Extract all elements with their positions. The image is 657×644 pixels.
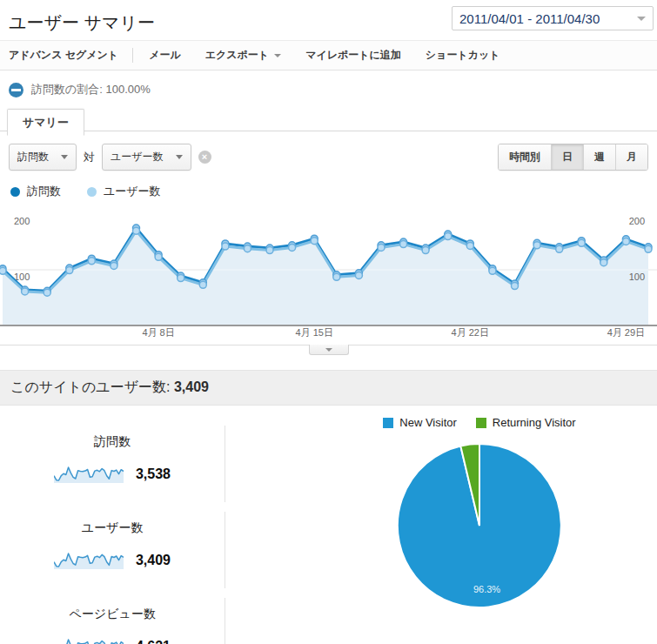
metric-value: 3,409 <box>136 553 171 568</box>
svg-text:4月 22日: 4月 22日 <box>452 327 489 338</box>
date-range-text: 2011/04/01 - 2011/04/30 <box>459 11 634 26</box>
mail-button[interactable]: メール <box>149 48 181 63</box>
legend-label: ユーザー数 <box>104 184 161 199</box>
compare-metric-dropdown[interactable]: ユーザー数 <box>102 144 191 171</box>
metric-visits: 訪問数 3,538 <box>0 426 225 502</box>
active-segment-row: 訪問数の割合: 100.00% <box>0 70 657 107</box>
granularity-hourly-button[interactable]: 時間別 <box>499 144 551 170</box>
metric-pageviews: ページビュー数 4,621 <box>0 598 225 644</box>
primary-metric-dropdown[interactable]: 訪問数 <box>9 144 77 171</box>
legend-item-users[interactable]: ユーザー数 <box>87 184 161 199</box>
granularity-month-button[interactable]: 月 <box>615 144 647 170</box>
pie-legend-new-visitor[interactable]: New Visitor <box>383 416 457 429</box>
metric-label: 訪問数 <box>0 434 225 450</box>
pie-legend-returning-visitor[interactable]: Returning Visitor <box>476 416 576 429</box>
svg-text:96.3%: 96.3% <box>473 584 500 594</box>
chevron-down-icon <box>325 348 332 352</box>
metric-label: ページビュー数 <box>0 607 225 622</box>
legend-label: 訪問数 <box>27 184 61 199</box>
advanced-segments-button[interactable]: アドバンス セグメント <box>9 48 133 63</box>
site-users-header: このサイトのユーザー数: 3,409 <box>0 370 657 406</box>
date-range-selector[interactable]: 2011/04/01 - 2011/04/30 <box>452 6 654 30</box>
export-button[interactable]: エクスポート <box>205 48 281 63</box>
compare-metric-value: ユーザー数 <box>111 150 164 164</box>
add-to-dashboard-button[interactable]: マイレポートに追加 <box>305 48 401 63</box>
granularity-week-button[interactable]: 週 <box>583 144 615 170</box>
shortcut-button[interactable]: ショートカット <box>426 48 500 63</box>
pie-legend: New Visitor Returning Visitor <box>383 416 575 429</box>
report-toolbar: アドバンス セグメント メール エクスポート マイレポートに追加 ショートカット <box>0 40 657 70</box>
segment-label: 訪問数の割合: 100.00% <box>31 82 151 97</box>
svg-text:4月 8日: 4月 8日 <box>142 327 174 338</box>
clear-compare-icon[interactable]: × <box>198 151 211 164</box>
visits-sparkline <box>54 465 124 483</box>
legend-swatch-icon <box>476 418 486 428</box>
metrics-column: 訪問数 3,538 ユーザー数 3,409 ページビュー数 4,621 <box>0 406 225 644</box>
pie-legend-label: Returning Visitor <box>493 416 576 429</box>
svg-text:200: 200 <box>14 216 30 226</box>
export-dropdown-arrow-icon <box>274 54 281 57</box>
series-dot-icon <box>10 187 20 197</box>
svg-text:4月 15日: 4月 15日 <box>295 327 332 338</box>
time-granularity-control: 時間別 日 週 月 <box>498 144 648 171</box>
site-users-value: 3,409 <box>174 379 209 394</box>
legend-swatch-icon <box>383 418 393 428</box>
chevron-down-icon <box>176 155 183 159</box>
overview-content: 訪問数 3,538 ユーザー数 3,409 ページビュー数 4,621 <box>0 406 657 644</box>
metric-label: ユーザー数 <box>0 520 225 536</box>
report-header: ユーザー サマリー 2011/04/01 - 2011/04/30 <box>0 0 657 40</box>
legend-item-visits[interactable]: 訪問数 <box>10 184 61 199</box>
metric-value: 3,538 <box>136 466 171 482</box>
visitor-type-column: New Visitor Returning Visitor 96.3% <box>225 406 657 644</box>
segment-donut-icon <box>9 83 23 97</box>
date-dropdown-arrow-icon <box>637 17 646 21</box>
visits-timeseries-chart[interactable]: 1001002002004月 8日4月 15日4月 22日4月 29日 <box>0 206 657 339</box>
pageviews-sparkline <box>54 637 124 644</box>
svg-text:200: 200 <box>629 216 645 226</box>
chevron-down-icon <box>61 155 68 159</box>
report-tabbar: サマリー <box>0 107 657 131</box>
export-label: エクスポート <box>205 48 269 63</box>
primary-metric-value: 訪問数 <box>17 150 49 164</box>
visitor-type-pie-chart[interactable]: 96.3% <box>394 440 565 611</box>
chart-controls-row: 訪問数 対 ユーザー数 × 時間別 日 週 月 <box>0 131 657 171</box>
vs-label: 対 <box>84 150 95 165</box>
metric-users: ユーザー数 3,409 <box>0 512 225 588</box>
metric-value: 4,621 <box>136 639 171 644</box>
tab-summary[interactable]: サマリー <box>7 109 84 136</box>
site-users-label: このサイトのユーザー数: <box>10 379 170 394</box>
chart-collapse-row <box>0 345 657 358</box>
granularity-day-button[interactable]: 日 <box>551 144 583 170</box>
series-dot-icon <box>87 187 97 197</box>
chart-legend: 訪問数 ユーザー数 <box>0 171 657 206</box>
pie-legend-label: New Visitor <box>399 416 457 429</box>
collapse-chart-button[interactable] <box>309 345 349 355</box>
svg-text:4月 29日: 4月 29日 <box>607 327 645 338</box>
users-sparkline <box>54 551 124 569</box>
svg-text:100: 100 <box>629 272 645 282</box>
